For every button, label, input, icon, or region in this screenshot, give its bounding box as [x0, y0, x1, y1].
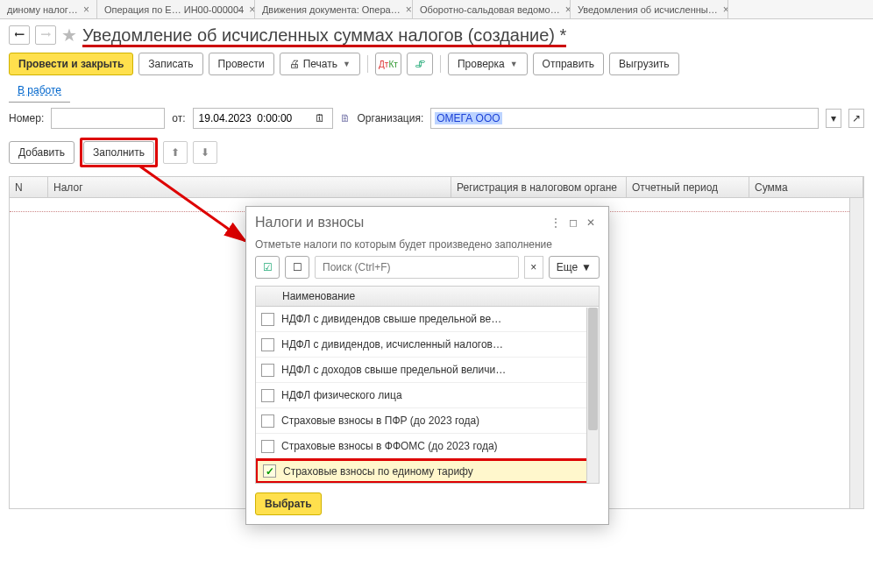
list-item-label: НДФЛ с доходов свыше предельной величи… [281, 364, 506, 376]
select-button[interactable]: Выбрать [255, 492, 322, 515]
print-button[interactable]: 🖨Печать▼ [280, 53, 360, 75]
date-label: от: [172, 112, 185, 124]
move-down-button[interactable]: ⬇ [193, 141, 217, 164]
org-dropdown-button[interactable]: ▾ [826, 109, 841, 128]
attach-button[interactable]: 🖇 [407, 53, 433, 75]
list-header[interactable]: Наименование [256, 287, 599, 307]
calendar-icon[interactable]: 🗓 [315, 112, 325, 124]
list-scrollbar[interactable] [586, 308, 599, 483]
tab-label: Операция по Е… ИН00-000004 [104, 4, 244, 15]
tab-label: Оборотно-сальдовая ведомо… [420, 4, 560, 15]
list-item[interactable]: НДФЛ с доходов свыше предельной величи… [256, 358, 599, 383]
more-button[interactable]: Еще▼ [549, 256, 600, 279]
nav-back-button[interactable]: 🠔 [9, 25, 30, 45]
checkbox[interactable] [261, 364, 274, 377]
check-all-icon: ☑ [263, 261, 273, 273]
modal-note: Отметьте налоги по которым будет произве… [246, 238, 608, 256]
col-reg[interactable]: Регистрация в налоговом органе [451, 177, 627, 197]
col-tax[interactable]: Налог [48, 177, 451, 197]
number-label: Номер: [9, 112, 44, 124]
col-period[interactable]: Отчетный период [627, 177, 749, 197]
checkbox[interactable] [261, 440, 274, 453]
tab-4[interactable]: Уведомления об исчисленны…× [571, 0, 728, 18]
post-button[interactable]: Провести [209, 53, 274, 75]
send-button[interactable]: Отправить [533, 53, 605, 75]
checkbox[interactable] [261, 338, 274, 351]
list-item-label: Страховые взносы в ФФОМС (до 2023 года) [281, 440, 498, 452]
export-button[interactable]: Выгрузить [609, 53, 679, 75]
tab-0[interactable]: диному налог…× [0, 0, 97, 18]
check-all-button[interactable]: ☑ [255, 256, 280, 279]
favorite-icon[interactable]: ★ [61, 25, 77, 46]
list-item[interactable]: НДФЛ с дивидендов, исчисленный налогов… [256, 332, 599, 358]
post-and-close-button[interactable]: Провести и закрыть [9, 53, 133, 75]
dtkt-icon: ДтКт [379, 60, 398, 69]
list-item[interactable]: НДФЛ с дивидендов свыше предельной ве… [256, 307, 599, 332]
tab-label: диному налог… [7, 4, 78, 15]
main-toolbar: Провести и закрыть Записать Провести 🖨Пе… [0, 49, 873, 82]
add-button[interactable]: Добавить [9, 141, 75, 164]
tab-2[interactable]: Движения документа: Опера…× [255, 0, 413, 18]
dtkt-button[interactable]: ДтКт [375, 53, 401, 75]
number-input[interactable] [51, 108, 165, 129]
close-icon[interactable]: ✕ [582, 214, 600, 231]
fill-button[interactable]: Заполнить [83, 141, 154, 164]
org-open-button[interactable]: ↗ [848, 109, 864, 128]
org-label: Организация: [358, 112, 424, 124]
save-button[interactable]: Записать [138, 53, 202, 75]
org-input[interactable]: ОМЕГА ООО [430, 108, 819, 129]
page-title: Уведомление об исчисленных суммах налого… [82, 25, 566, 46]
tab-label: Уведомления об исчисленны… [578, 4, 718, 15]
checkbox[interactable] [261, 414, 274, 428]
table-scrollbar[interactable] [849, 198, 863, 508]
close-icon[interactable]: × [723, 4, 728, 16]
list-item-label: НДФЛ с дивидендов свыше предельной ве… [281, 313, 501, 325]
close-icon[interactable]: × [406, 4, 412, 16]
modal-title: Налоги и взносы [255, 215, 547, 230]
move-up-button[interactable]: ⬆ [163, 141, 188, 164]
search-input[interactable] [321, 260, 513, 274]
attach-icon: 🖇 [415, 58, 425, 70]
clear-search-button[interactable]: × [524, 256, 543, 279]
col-sum[interactable]: Сумма [749, 177, 863, 197]
date-field[interactable]: 🗓 [193, 108, 333, 129]
tab-1[interactable]: Операция по Е… ИН00-000004× [97, 0, 255, 18]
close-icon[interactable]: × [83, 4, 89, 16]
list-item[interactable]: НДФЛ физического лица [256, 383, 599, 408]
uncheck-all-icon: ☐ [293, 261, 302, 273]
status-link[interactable]: В работе [9, 82, 70, 103]
search-field[interactable] [315, 256, 519, 279]
maximize-icon[interactable]: ◻ [564, 214, 582, 231]
checkbox[interactable] [261, 389, 274, 402]
uncheck-all-button[interactable]: ☐ [285, 256, 309, 279]
check-button[interactable]: Проверка▼ [448, 53, 528, 75]
printer-icon: 🖨 [289, 58, 300, 70]
taxes-modal: Налоги и взносы ⋮ ◻ ✕ Отметьте налоги по… [245, 206, 609, 525]
list-item[interactable]: Страховые взносы в ПФР (до 2023 года) [256, 408, 599, 434]
nav-forward-button[interactable]: 🠖 [35, 25, 56, 45]
checkbox-checked[interactable]: ✓ [263, 464, 276, 478]
tab-3[interactable]: Оборотно-сальдовая ведомо…× [413, 0, 571, 18]
note-icon[interactable]: 🗎 [340, 112, 351, 124]
list-item-label: НДФЛ с дивидендов, исчисленный налогов… [281, 338, 503, 351]
list-item-selected[interactable]: ✓Страховые взносы по единому тарифу [256, 458, 599, 483]
list-item-label: Страховые взносы по единому тарифу [283, 465, 473, 478]
tab-label: Движения документа: Опера… [262, 4, 401, 15]
tax-list: Наименование НДФЛ с дивидендов свыше пре… [255, 286, 600, 484]
list-item-label: НДФЛ физического лица [281, 389, 402, 401]
col-n[interactable]: N [10, 177, 48, 197]
close-icon[interactable]: × [249, 4, 255, 16]
kebab-icon[interactable]: ⋮ [547, 214, 564, 231]
checkbox[interactable] [261, 313, 274, 326]
tab-bar: диному налог…× Операция по Е… ИН00-00000… [0, 0, 873, 19]
date-input[interactable] [197, 111, 311, 125]
list-item-label: Страховые взносы в ПФР (до 2023 года) [281, 414, 479, 427]
list-item[interactable]: Страховые взносы в ФФОМС (до 2023 года) [256, 434, 599, 459]
